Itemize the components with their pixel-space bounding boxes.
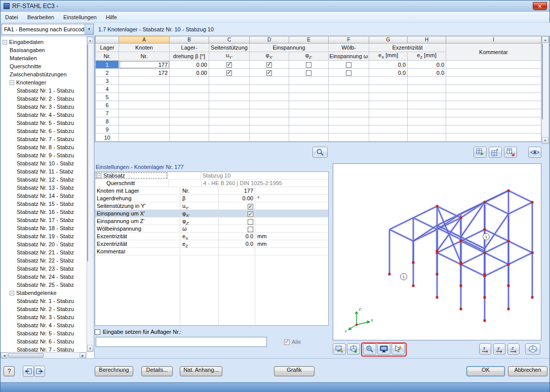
tree-item-zwischenabstützungen[interactable]: Zwischenabstützungen bbox=[1, 70, 87, 78]
tree-item-querschnitte[interactable]: Querschnitte bbox=[1, 62, 87, 70]
empty-cell[interactable] bbox=[250, 134, 289, 142]
empty-cell[interactable] bbox=[119, 125, 170, 134]
setting-value[interactable]: 0.00 bbox=[243, 195, 253, 201]
table-export-button[interactable] bbox=[489, 147, 502, 158]
empty-cell[interactable] bbox=[408, 93, 446, 101]
tree-item-stabsatz[interactable]: Stabsatz Nr. 2 - Stabzu bbox=[1, 95, 87, 103]
full-view-button[interactable] bbox=[377, 343, 390, 355]
cell-ez[interactable]: 0.0 bbox=[408, 69, 446, 77]
collapse-icon[interactable] bbox=[10, 80, 14, 85]
checkbox[interactable] bbox=[306, 70, 311, 76]
nat-anhang-button[interactable]: Nat. Anhang... bbox=[180, 366, 222, 376]
scroll-up-icon[interactable]: ▲ bbox=[87, 37, 93, 43]
empty-cell[interactable] bbox=[329, 109, 369, 117]
empty-cell[interactable] bbox=[170, 101, 209, 109]
table-vscrollbar[interactable]: ▲ ▼ bbox=[541, 36, 549, 144]
empty-cell[interactable] bbox=[209, 101, 250, 109]
settings-row[interactable]: Wölbeinspannung ω bbox=[95, 225, 328, 233]
checkbox[interactable] bbox=[248, 219, 253, 225]
row-number[interactable]: 1 bbox=[96, 61, 119, 69]
cancel-button[interactable]: Abbrechen bbox=[508, 366, 547, 376]
jump-back-button[interactable] bbox=[23, 366, 34, 377]
checkbox[interactable] bbox=[266, 62, 272, 68]
cell-woelb[interactable] bbox=[329, 61, 369, 69]
cell-beta[interactable]: 0.00 bbox=[170, 61, 209, 69]
empty-cell[interactable] bbox=[250, 85, 289, 93]
table-vscroll-thumb[interactable] bbox=[542, 43, 543, 119]
empty-cell[interactable] bbox=[250, 93, 289, 101]
table-import-button[interactable] bbox=[474, 147, 487, 158]
cell-phiz[interactable] bbox=[289, 69, 329, 77]
empty-cell[interactable] bbox=[446, 125, 541, 134]
column-letter-D[interactable]: D bbox=[250, 36, 289, 43]
settings-row[interactable]: Exzentrizität eX 0.0 mm bbox=[95, 233, 328, 240]
help-button[interactable]: ? bbox=[4, 366, 15, 376]
alle-checkbox[interactable] bbox=[284, 339, 290, 345]
empty-cell[interactable] bbox=[209, 93, 250, 101]
settings-row[interactable]: Kommentar bbox=[95, 248, 328, 255]
jump-forward-button[interactable] bbox=[34, 366, 45, 377]
tree-item-stabsatz[interactable]: Stabsatz Nr. 1 - Stabzu bbox=[1, 297, 87, 305]
empty-cell[interactable] bbox=[250, 117, 289, 125]
empty-cell[interactable] bbox=[170, 77, 209, 85]
checkbox[interactable] bbox=[226, 70, 232, 76]
empty-cell[interactable] bbox=[446, 117, 541, 125]
tree-item-stabsatz[interactable]: Stabsatz Nr. 15 - Stabz bbox=[1, 200, 87, 208]
tree-item-stabsatz[interactable]: Stabsatz Nr. 7 - Stabzu bbox=[1, 135, 87, 143]
settings-row[interactable]: Exzentrizität eZ 0.0 mm bbox=[95, 240, 328, 248]
column-letter-F[interactable]: F bbox=[329, 36, 369, 43]
empty-cell[interactable] bbox=[408, 109, 446, 117]
tree-item-stabsatz[interactable]: Stabsatz Nr. 3 - Stabzu bbox=[1, 103, 87, 111]
column-letter-H[interactable]: H bbox=[408, 36, 446, 43]
model-graphic[interactable]: ZXY11 bbox=[333, 163, 541, 340]
ok-button[interactable]: OK bbox=[466, 366, 505, 376]
tree-item-stabsatz[interactable]: Stabsatz Nr. 6 - Stabzu bbox=[1, 127, 87, 135]
grafik-button[interactable]: Grafik bbox=[274, 366, 315, 376]
empty-cell[interactable] bbox=[369, 109, 408, 117]
checkbox[interactable] bbox=[248, 204, 253, 209]
empty-cell[interactable] bbox=[209, 117, 250, 125]
empty-cell[interactable] bbox=[289, 125, 329, 134]
row-number[interactable]: 2 bbox=[96, 69, 119, 77]
sidebar-vscroll-thumb[interactable] bbox=[87, 44, 88, 262]
empty-cell[interactable] bbox=[408, 125, 446, 134]
checkbox[interactable] bbox=[226, 62, 232, 68]
eye-button[interactable] bbox=[528, 147, 541, 158]
select-in-graphic-button[interactable] bbox=[312, 147, 328, 158]
tree-item-stabsatz[interactable]: Stabsatz Nr. 8 - Stabzu bbox=[1, 143, 87, 151]
empty-cell[interactable] bbox=[446, 77, 541, 85]
empty-cell[interactable] bbox=[408, 77, 446, 85]
tree-item-stabsatz[interactable]: Stabsatz Nr. 14 - Stabz bbox=[1, 192, 87, 200]
empty-cell[interactable] bbox=[408, 85, 446, 93]
checkbox[interactable] bbox=[346, 62, 351, 68]
tree-item-stabsatz[interactable]: Stabsatz Nr. 4 - Stabzu bbox=[1, 321, 87, 329]
view-y-button[interactable]: y bbox=[493, 343, 505, 355]
menu-einstellungen[interactable]: Einstellungen bbox=[59, 12, 101, 23]
settings-row[interactable]: Seitenstützung in Y' uY' bbox=[95, 202, 328, 210]
column-letter-C[interactable]: C bbox=[209, 36, 250, 43]
setting-value[interactable]: 0.0 bbox=[246, 233, 253, 239]
tree-item-stabsatz[interactable]: Stabsatz Nr. 25 - Stabz bbox=[1, 281, 87, 289]
tree-item-stabsatz[interactable]: Stabsatz Nr. 1 - Stabzu bbox=[1, 86, 87, 95]
row-number[interactable]: 10 bbox=[96, 134, 119, 142]
tree-item-materialien[interactable]: Materialien bbox=[1, 54, 87, 62]
tree-item-stabsatz[interactable]: Stabsatz Nr. 20 - Stabz bbox=[1, 240, 87, 248]
display-settings-button[interactable] bbox=[333, 343, 346, 355]
cell-phix[interactable] bbox=[250, 61, 289, 69]
tree-item-stabsatz[interactable]: Stabsatz Nr. 22 - Stabz bbox=[1, 256, 87, 265]
empty-cell[interactable] bbox=[408, 117, 446, 125]
row-number[interactable]: 6 bbox=[96, 101, 119, 109]
column-letter-I[interactable]: I bbox=[446, 36, 541, 43]
tree-item-basisangaben[interactable]: Basisangaben bbox=[1, 46, 87, 54]
checkbox[interactable] bbox=[266, 70, 272, 76]
collapse-icon[interactable] bbox=[10, 291, 14, 295]
empty-cell[interactable] bbox=[170, 117, 209, 125]
empty-cell[interactable] bbox=[209, 134, 250, 142]
empty-cell[interactable] bbox=[289, 101, 329, 109]
empty-cell[interactable] bbox=[119, 85, 170, 93]
collapse-icon[interactable] bbox=[3, 40, 7, 45]
details-button[interactable]: Details... bbox=[141, 366, 173, 376]
empty-cell[interactable] bbox=[209, 125, 250, 134]
empty-cell[interactable] bbox=[119, 77, 170, 85]
tree-item-stabsatz[interactable]: Stabsatz Nr. 6 - Stabzu bbox=[1, 337, 87, 345]
